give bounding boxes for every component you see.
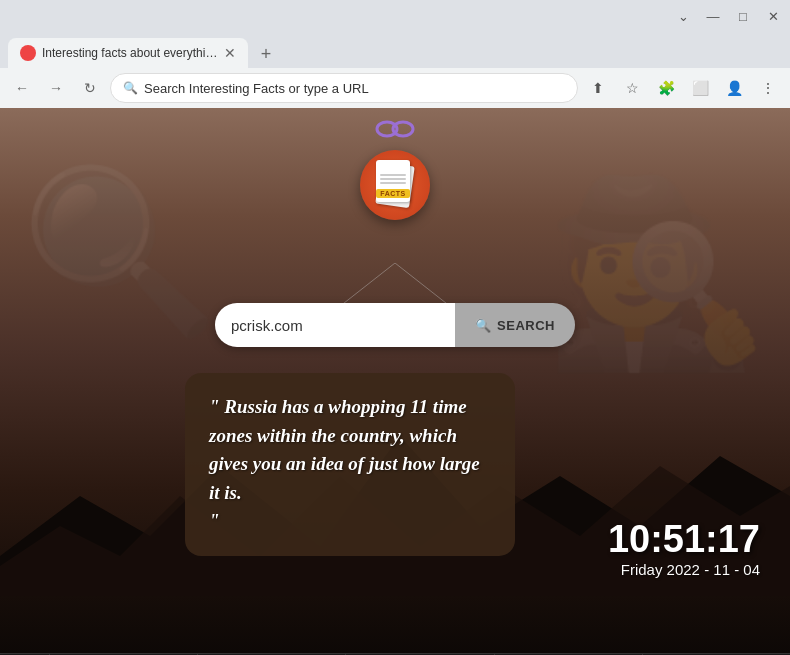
search-button-label: SEARCH [497,318,555,333]
page-content: 🔍 🕵 FACTS [0,108,790,653]
refresh-button[interactable]: ↻ [76,74,104,102]
tablet-mode-icon[interactable]: ⬜ [686,74,714,102]
open-quote: " [209,396,220,417]
search-icon: 🔍 [123,81,138,95]
search-button-icon: 🔍 [475,318,492,333]
tab-bar: Interesting facts about everythin... ✕ + [0,32,790,68]
logo-section: FACTS [360,118,430,220]
extension-icon[interactable]: 🧩 [652,74,680,102]
search-section: 🔍 SEARCH [215,303,575,347]
quote-body: Russia has a whopping 11 time zones with… [209,396,480,503]
window-title-bar: ⌄ — □ ✕ [0,0,790,32]
back-button[interactable]: ← [8,74,36,102]
tab-close-button[interactable]: ✕ [224,45,236,61]
menu-icon[interactable]: ⋮ [754,74,782,102]
minimize-button[interactable]: — [704,7,722,25]
tab-title: Interesting facts about everythin... [42,46,218,60]
quote-box: " Russia has a whopping 11 time zones wi… [185,373,515,556]
search-box: 🔍 SEARCH [215,303,575,347]
paper-front: FACTS [376,160,410,202]
search-button[interactable]: 🔍 SEARCH [455,303,575,347]
facts-logo: FACTS [360,150,430,220]
nav-right-icons: ⬆ ☆ 🧩 ⬜ 👤 ⋮ [584,74,782,102]
window-controls: ⌄ — □ ✕ [674,7,782,25]
magnifier-background-icon: 🔍 [20,158,220,346]
maximize-button[interactable]: □ [734,7,752,25]
bookmark-icon[interactable]: ☆ [618,74,646,102]
chevron-down-icon[interactable]: ⌄ [674,7,692,25]
address-bar[interactable]: 🔍 Search Interesting Facts or type a URL [110,73,578,103]
navigation-bar: ← → ↻ 🔍 Search Interesting Facts or type… [0,68,790,108]
facts-label: FACTS [376,189,409,198]
clock-section: 10:51:17 Friday 2022 - 11 - 04 [608,519,760,578]
svg-point-0 [23,48,33,58]
tab-favicon [20,45,36,61]
share-icon[interactable]: ⬆ [584,74,612,102]
quote-text: " Russia has a whopping 11 time zones wi… [209,393,491,536]
clock-time: 10:51:17 [608,519,760,561]
profile-icon[interactable]: 👤 [720,74,748,102]
clock-date: Friday 2022 - 11 - 04 [608,561,760,578]
chain-icon [375,118,415,146]
facts-papers: FACTS [374,160,416,210]
address-text: Search Interesting Facts or type a URL [144,81,369,96]
active-tab[interactable]: Interesting facts about everythin... ✕ [8,38,248,68]
search-input[interactable] [215,303,455,347]
close-quote: " [209,510,220,531]
paper-lines [380,172,406,186]
forward-button[interactable]: → [42,74,70,102]
new-tab-button[interactable]: + [252,40,280,68]
close-button[interactable]: ✕ [764,7,782,25]
spy-background-icon: 🕵 [545,168,770,380]
